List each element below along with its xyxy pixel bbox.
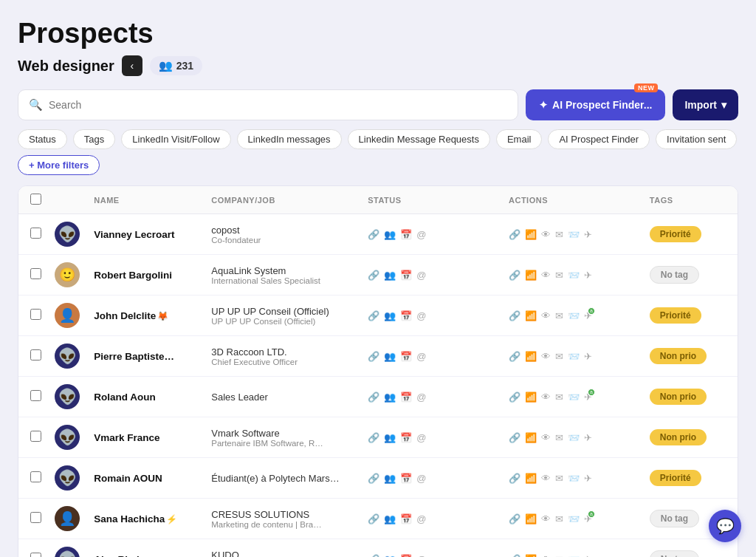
action-rss-icon[interactable]: 📶 [525, 351, 537, 362]
filter-email[interactable]: Email [496, 129, 543, 149]
send-icon[interactable]: ✈ [584, 229, 592, 240]
select-all-checkbox[interactable] [30, 194, 41, 205]
group-icon[interactable]: 👥 [384, 351, 396, 362]
action-view-icon[interactable]: 👁 [541, 392, 551, 403]
action-rss-icon[interactable]: 📶 [525, 310, 537, 321]
action-mail-icon[interactable]: ✉ [555, 392, 563, 403]
row-checkbox[interactable] [30, 431, 41, 442]
action-mail-icon[interactable]: ✉ [555, 554, 563, 558]
prospect-name[interactable]: Sana Hachicha⚡ [94, 513, 177, 524]
link-icon[interactable]: 🔗 [368, 351, 379, 362]
group-icon[interactable]: 👥 [384, 392, 396, 403]
action-link-icon[interactable]: 🔗 [509, 513, 520, 524]
action-mail-icon[interactable]: ✉ [555, 473, 563, 484]
calendar-icon[interactable]: 📅 [400, 270, 412, 281]
tag-badge[interactable]: No tag [650, 266, 699, 284]
action-mail-icon[interactable]: ✉ [555, 432, 563, 443]
action-link-icon[interactable]: 🔗 [509, 351, 520, 362]
group-icon[interactable]: 👥 [384, 229, 396, 240]
link-icon[interactable]: 🔗 [368, 270, 379, 281]
prospect-name[interactable]: Alaa Riad [94, 554, 141, 558]
action-link-icon[interactable]: 🔗 [509, 473, 520, 484]
action-rss-icon[interactable]: 📶 [525, 432, 537, 443]
link-icon[interactable]: 🔗 [368, 310, 379, 321]
action-inbox-icon[interactable]: 📨 [568, 432, 580, 443]
prospect-name[interactable]: John Delclite🦊 [94, 310, 168, 321]
email-icon[interactable]: @ [416, 513, 426, 524]
action-rss-icon[interactable]: 📶 [525, 473, 537, 484]
send-icon[interactable]: ✈ [584, 270, 592, 281]
link-icon[interactable]: 🔗 [368, 513, 379, 524]
collapse-button[interactable]: ‹ [122, 55, 142, 76]
email-icon[interactable]: @ [416, 351, 426, 362]
send-icon[interactable]: ✈ [584, 432, 592, 443]
calendar-icon[interactable]: 📅 [400, 554, 412, 558]
action-inbox-icon[interactable]: 📨 [568, 392, 580, 403]
email-icon[interactable]: @ [416, 310, 426, 321]
link-icon[interactable]: 🔗 [368, 554, 379, 558]
action-mail-icon[interactable]: ✉ [555, 229, 563, 240]
link-icon[interactable]: 🔗 [368, 473, 379, 484]
action-link-icon[interactable]: 🔗 [509, 270, 520, 281]
action-rss-icon[interactable]: 📶 [525, 229, 537, 240]
calendar-icon[interactable]: 📅 [400, 229, 412, 240]
more-filters-button[interactable]: + More filters [18, 155, 100, 175]
group-icon[interactable]: 👥 [384, 513, 396, 524]
email-icon[interactable]: @ [416, 229, 426, 240]
action-mail-icon[interactable]: ✉ [555, 310, 563, 321]
email-icon[interactable]: @ [416, 473, 426, 484]
send-icon[interactable]: ✈ [584, 554, 592, 558]
row-checkbox[interactable] [30, 349, 41, 360]
search-input[interactable] [49, 99, 507, 111]
prospect-name[interactable]: Vianney Lecroart [94, 229, 176, 240]
action-view-icon[interactable]: 👁 [541, 473, 551, 484]
action-rss-icon[interactable]: 📶 [525, 270, 537, 281]
link-icon[interactable]: 🔗 [368, 432, 379, 443]
group-icon[interactable]: 👥 [384, 473, 396, 484]
action-inbox-icon[interactable]: 📨 [568, 351, 580, 362]
chat-fab-button[interactable]: 💬 [709, 510, 741, 542]
filter-invitation[interactable]: Invitation sent [656, 129, 737, 149]
tag-badge[interactable]: Priorité [650, 307, 701, 324]
prospect-name[interactable]: Vmark France [94, 432, 161, 443]
ai-prospect-finder-button[interactable]: NEW ✦ AI Prospect Finder... [526, 89, 665, 120]
action-inbox-icon[interactable]: 📨 [568, 554, 580, 558]
action-mail-icon[interactable]: ✉ [555, 270, 563, 281]
tag-badge[interactable]: Priorité [650, 226, 701, 242]
action-view-icon[interactable]: 👁 [541, 270, 551, 281]
tag-badge[interactable]: No tag [650, 550, 699, 557]
action-link-icon[interactable]: 🔗 [509, 554, 520, 558]
send-icon[interactable]: ✈ [584, 473, 592, 484]
group-icon[interactable]: 👥 [384, 554, 396, 558]
tag-badge[interactable]: Non prio [650, 429, 707, 445]
prospect-name[interactable]: Robert Bargolini [94, 270, 173, 281]
action-view-icon[interactable]: 👁 [541, 513, 551, 524]
prospect-name[interactable]: Romain AOUN [94, 473, 164, 484]
action-view-icon[interactable]: 👁 [541, 554, 551, 558]
row-checkbox[interactable] [30, 268, 41, 279]
calendar-icon[interactable]: 📅 [400, 351, 412, 362]
filter-linkedin-requests[interactable]: Linkedin Message Requests [348, 129, 490, 149]
filter-status[interactable]: Status [18, 129, 67, 149]
filter-ai-prospect[interactable]: AI Prospect Finder [548, 129, 650, 149]
action-link-icon[interactable]: 🔗 [509, 229, 520, 240]
action-inbox-icon[interactable]: 📨 [568, 270, 580, 281]
row-checkbox[interactable] [30, 390, 41, 401]
action-rss-icon[interactable]: 📶 [525, 554, 537, 558]
action-inbox-icon[interactable]: 📨 [568, 473, 580, 484]
email-icon[interactable]: @ [416, 432, 426, 443]
action-view-icon[interactable]: 👁 [541, 432, 551, 443]
calendar-icon[interactable]: 📅 [400, 513, 412, 524]
action-mail-icon[interactable]: ✉ [555, 351, 563, 362]
tag-badge[interactable]: Non prio [650, 348, 707, 364]
email-icon[interactable]: @ [416, 270, 426, 281]
action-view-icon[interactable]: 👁 [541, 229, 551, 240]
prospect-name[interactable]: Roland Aoun [94, 392, 157, 403]
action-inbox-icon[interactable]: 📨 [568, 513, 580, 524]
group-icon[interactable]: 👥 [384, 270, 396, 281]
filter-linkedin-messages[interactable]: LinkedIn messages [237, 129, 342, 149]
action-link-icon[interactable]: 🔗 [509, 432, 520, 443]
prospect-name[interactable]: Pierre Baptiste… [94, 351, 176, 362]
action-link-icon[interactable]: 🔗 [509, 392, 520, 403]
action-inbox-icon[interactable]: 📨 [568, 229, 580, 240]
